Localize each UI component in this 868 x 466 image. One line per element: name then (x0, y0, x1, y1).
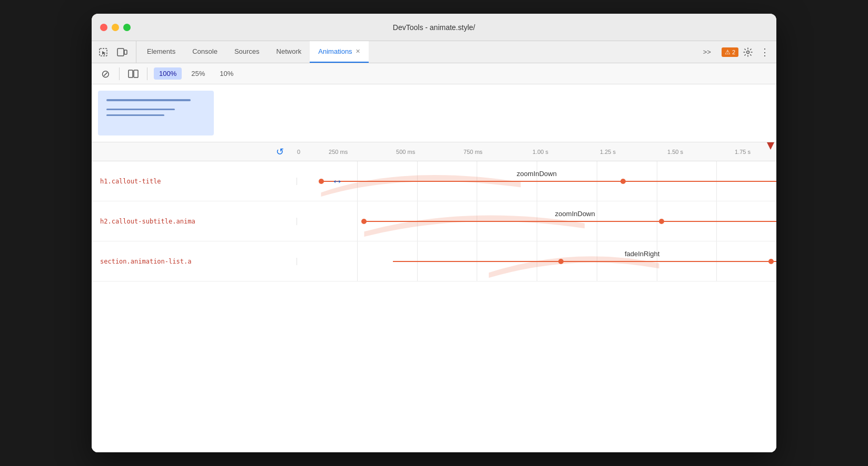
speed-10-button[interactable]: 10% (214, 67, 239, 80)
ruler-marks: 0 250 ms 500 ms 750 ms 1.00 s 1.25 s 1.5… (297, 149, 776, 155)
minimize-button[interactable] (112, 24, 119, 31)
svg-point-3 (747, 51, 749, 53)
track-dot-section-start (558, 259, 564, 264)
tab-bar: Elements Console Sources Network Animati… (92, 41, 776, 63)
tab-console[interactable]: Console (184, 41, 226, 63)
playhead-marker (767, 142, 774, 150)
replay-button[interactable]: ↺ (276, 146, 284, 158)
track-line-h2 (364, 221, 776, 222)
ruler-mark-15: 1.50 s (642, 149, 709, 155)
track-dot-h1-start (319, 179, 324, 184)
close-button[interactable] (100, 24, 107, 31)
speed-100-button[interactable]: 100% (154, 67, 182, 80)
toolbar-divider-2 (147, 67, 147, 80)
svg-rect-2 (124, 50, 127, 54)
ruler-mark-1s: 1.00 s (507, 149, 574, 155)
ruler-mark-175: 1.75 s (709, 149, 776, 155)
ruler-mark-500: 500 ms (372, 149, 439, 155)
animation-name-section: fadeInRight (625, 250, 660, 258)
ruler-mark-125: 1.25 s (574, 149, 642, 155)
tab-overflow[interactable]: >> (695, 48, 719, 56)
title-bar: DevTools - animate.style/ (92, 14, 776, 41)
svg-rect-1 (117, 48, 124, 56)
ruler-mark-750: 750 ms (439, 149, 507, 155)
preview-line-3 (106, 114, 164, 116)
toolbar-divider-1 (119, 67, 120, 80)
tab-animations[interactable]: Animations ✕ (310, 41, 368, 63)
preview-line-1 (106, 99, 191, 101)
tab-animations-close[interactable]: ✕ (356, 48, 360, 55)
ruler-mark-0: 0 (297, 149, 300, 155)
tab-right-controls: >> ⚠ 2 ⋮ (695, 41, 776, 63)
tab-icons (96, 41, 136, 63)
track-dot-section-end (768, 259, 774, 264)
timeline-ruler: ↺ 0 250 ms 500 ms 750 ms 1.00 s 1.25 s 1… (92, 142, 776, 161)
error-badge[interactable]: ⚠ 2 (722, 47, 738, 57)
timeline-container: ↺ 0 250 ms 500 ms 750 ms 1.00 s 1.25 s 1… (92, 142, 776, 452)
preview-card (98, 91, 214, 135)
cursor-icon[interactable] (96, 45, 111, 60)
animations-toolbar: ⊘ 100% 25% 10% (92, 63, 776, 84)
traffic-lights (100, 24, 131, 31)
more-options-icon[interactable]: ⋮ (757, 45, 772, 60)
layout-toggle-button[interactable] (126, 66, 141, 81)
animation-name-h1: zoomInDown (517, 170, 557, 178)
animation-track-h1[interactable]: ↔ zoomInDown (297, 161, 776, 201)
device-toggle-icon[interactable] (115, 45, 130, 60)
table-row: h2.callout-subtitle.anima (92, 201, 776, 241)
animation-track-section[interactable]: fadeInRight (297, 241, 776, 281)
track-line-h1 (321, 181, 777, 182)
drag-arrow-h1[interactable]: ↔ (332, 174, 343, 188)
devtools-body: Elements Console Sources Network Animati… (92, 41, 776, 452)
table-row: h1.callout-title (92, 161, 776, 201)
devtools-window: DevTools - animate.style/ (92, 14, 776, 452)
preview-line-2 (106, 109, 175, 110)
tab-network[interactable]: Network (268, 41, 310, 63)
animation-track-h2[interactable]: zoomInDown (297, 201, 776, 241)
animation-name-h2: zoomInDown (555, 210, 595, 218)
track-dot-h1-mid (620, 179, 626, 184)
tab-sources[interactable]: Sources (226, 41, 268, 63)
animation-label-h2[interactable]: h2.callout-subtitle.anima (92, 218, 297, 225)
svg-rect-5 (134, 70, 138, 77)
speed-25-button[interactable]: 25% (186, 67, 210, 80)
pause-replay-button[interactable]: ⊘ (98, 66, 113, 81)
window-title: DevTools - animate.style/ (393, 23, 475, 32)
track-dot-h2-mid (659, 219, 664, 224)
svg-rect-4 (129, 70, 133, 77)
tab-elements[interactable]: Elements (139, 41, 184, 63)
track-line-section (393, 261, 776, 262)
maximize-button[interactable] (123, 24, 131, 31)
ruler-mark-250: 250 ms (304, 149, 372, 155)
animation-rows: h1.callout-title (92, 161, 776, 452)
track-dot-h2-start (361, 219, 367, 224)
animation-label-section[interactable]: section.animation-list.a (92, 258, 297, 265)
animation-label-h1[interactable]: h1.callout-title (92, 178, 297, 185)
animations-area: ↺ 0 250 ms 500 ms 750 ms 1.00 s 1.25 s 1… (92, 84, 776, 452)
table-row: section.animation-list.a (92, 241, 776, 281)
preview-area (92, 84, 776, 142)
settings-icon[interactable] (741, 45, 755, 60)
